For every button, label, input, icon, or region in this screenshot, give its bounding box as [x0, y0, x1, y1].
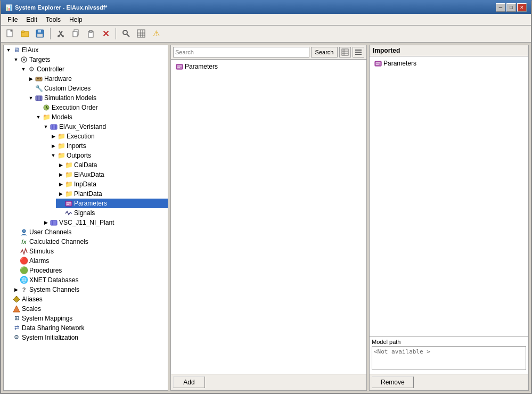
- tree-models[interactable]: ▼ 📁 Models: [34, 112, 168, 122]
- tree-simmodels[interactable]: ▼ Simulation Models: [26, 93, 168, 103]
- center-params-item[interactable]: Parameters: [173, 62, 364, 71]
- tree-parameters[interactable]: Parameters: [56, 199, 168, 208]
- label-vscj11: VSC_J11_NI_Plant: [59, 219, 114, 226]
- toolbar-cut[interactable]: [54, 27, 68, 40]
- label-caldata: CalData: [74, 161, 97, 169]
- svg-point-15: [123, 30, 127, 35]
- svg-rect-5: [38, 30, 41, 32]
- svg-point-23: [23, 59, 25, 61]
- title-bar: 📊 System Explorer - ElAux.nivssdf* ─ □ ✕: [1, 1, 531, 14]
- svg-rect-28: [36, 96, 42, 101]
- tree-vscj11[interactable]: ▶ VSC_J11_NI_Plant: [41, 218, 168, 227]
- label-xnetdb: XNET Databases: [29, 276, 79, 284]
- label-elauxroot: ElAux: [22, 46, 38, 54]
- model-path-section: Model path <Not available >: [370, 336, 528, 374]
- label-models: Models: [52, 113, 72, 121]
- view-toggle-btn2[interactable]: [353, 47, 364, 58]
- toolbar-warning[interactable]: ⚠: [149, 27, 163, 40]
- label-alarms: Alarms: [29, 257, 49, 265]
- label-elauxveristand: ElAux_Veristand: [59, 123, 106, 130]
- tree-controller[interactable]: ▼ ⚙ Controller: [19, 64, 168, 74]
- toolbar: ✕ ⚠: [1, 26, 531, 43]
- window-title: System Explorer - ElAux.nivssdf*: [15, 4, 108, 11]
- tree-elauxveristand[interactable]: ▼ ElAux_Veristand: [41, 122, 168, 132]
- toolbar-find[interactable]: [119, 27, 133, 40]
- tree-targets[interactable]: ▼ Targets: [11, 55, 168, 64]
- center-button-row: Add: [171, 374, 366, 390]
- label-outports: Outports: [67, 152, 91, 159]
- tree-signals[interactable]: Signals: [56, 208, 168, 218]
- toolbar-grid[interactable]: [134, 27, 148, 40]
- svg-point-42: [22, 229, 26, 233]
- label-procedures: Procedures: [29, 267, 62, 274]
- search-input[interactable]: [173, 47, 309, 58]
- title-bar-text: 📊 System Explorer - ElAux.nivssdf*: [5, 4, 108, 11]
- toolbar-open[interactable]: [18, 27, 32, 40]
- label-datasharingnet: Data Sharing Network: [22, 324, 84, 332]
- tree-datasharingnet[interactable]: ⇄ Data Sharing Network: [4, 323, 168, 333]
- label-inpdata: InpData: [74, 180, 96, 188]
- toolbar-paste[interactable]: [84, 27, 97, 40]
- add-btn[interactable]: Add: [173, 376, 205, 388]
- app-icon: 📊: [5, 4, 13, 11]
- toolbar-copy[interactable]: [69, 27, 83, 40]
- tree-sysmappings[interactable]: ⊞ System Mappings: [4, 314, 168, 323]
- tree-sysinit[interactable]: ⚙ System Initialization: [4, 333, 168, 342]
- menu-tools[interactable]: Tools: [42, 15, 65, 24]
- svg-rect-17: [137, 30, 145, 37]
- tree-scales[interactable]: Scales: [4, 304, 168, 314]
- tree-syschan[interactable]: ▶ ? System Channels: [11, 285, 168, 294]
- tree-calcchannels[interactable]: fx Calculated Channels: [11, 237, 168, 247]
- svg-rect-40: [51, 220, 57, 225]
- toolbar-new[interactable]: [3, 27, 17, 40]
- maximize-btn[interactable]: □: [506, 3, 516, 12]
- label-controller: Controller: [37, 65, 64, 73]
- tree-outports[interactable]: ▼ 📁 Outports: [48, 151, 168, 160]
- model-path-input[interactable]: <Not available >: [372, 346, 526, 370]
- tree-procedures[interactable]: 🟢 Procedures: [11, 266, 168, 275]
- menu-file[interactable]: File: [3, 15, 22, 24]
- menu-help[interactable]: Help: [65, 15, 87, 24]
- icon-elauxroot: 🖥: [12, 46, 21, 54]
- imported-content: Parameters: [370, 56, 528, 336]
- svg-rect-55: [375, 61, 381, 66]
- tree-xnetdb[interactable]: 🌐 XNET Databases: [11, 275, 168, 285]
- imported-header: Imported: [370, 45, 528, 56]
- svg-rect-37: [66, 201, 72, 206]
- toolbar-save[interactable]: [33, 27, 47, 40]
- tree-hardware[interactable]: ▶ Hardware: [26, 74, 168, 84]
- label-plantdata: PlantData: [74, 190, 102, 198]
- menu-bar: File Edit Tools Help: [1, 14, 531, 26]
- label-syschan: System Channels: [29, 286, 79, 293]
- imported-params-item[interactable]: Parameters: [372, 59, 526, 68]
- close-btn[interactable]: ✕: [517, 3, 527, 12]
- minimize-btn[interactable]: ─: [496, 3, 505, 12]
- tree-aliases[interactable]: Aliases: [4, 294, 168, 304]
- tree-stimulus[interactable]: Stimulus: [11, 247, 168, 256]
- view-toggle-btn1[interactable]: [339, 47, 351, 58]
- model-path-label: Model path: [372, 339, 526, 345]
- tree-inpdata[interactable]: ▶ 📁 InpData: [56, 179, 168, 189]
- tree-execution[interactable]: ▶ 📁 Execution: [48, 132, 168, 141]
- tree-elauxdata[interactable]: ▶ 📁 ElAuxData: [56, 170, 168, 179]
- label-elauxdata: ElAuxData: [74, 171, 104, 178]
- tree-caldata[interactable]: ▶ 📁 CalData: [56, 160, 168, 170]
- remove-btn[interactable]: Remove: [372, 376, 414, 388]
- left-panel: ▼ 🖥 ElAux ▼ Targets ▼ ⚙: [3, 45, 168, 391]
- svg-point-9: [58, 35, 60, 37]
- tree-customdevices[interactable]: 🔧 Custom Devices: [26, 84, 168, 93]
- tree-execorder[interactable]: Execution Order: [34, 103, 168, 112]
- svg-rect-27: [40, 78, 41, 79]
- search-btn[interactable]: Search: [311, 47, 338, 58]
- tree-plantdata[interactable]: ▶ 📁 PlantData: [56, 189, 168, 199]
- center-toolbar: Search: [171, 45, 366, 60]
- svg-rect-3: [21, 31, 24, 32]
- tree-inports[interactable]: ▶ 📁 Inports: [48, 141, 168, 151]
- toolbar-delete[interactable]: ✕: [99, 27, 112, 40]
- svg-rect-25: [37, 78, 38, 79]
- menu-edit[interactable]: Edit: [22, 15, 42, 24]
- label-inports: Inports: [67, 142, 86, 150]
- tree-userchannels[interactable]: User Channels: [11, 227, 168, 237]
- tree-alarms[interactable]: 🔴 Alarms: [11, 256, 168, 266]
- tree-root[interactable]: ▼ 🖥 ElAux: [4, 45, 168, 55]
